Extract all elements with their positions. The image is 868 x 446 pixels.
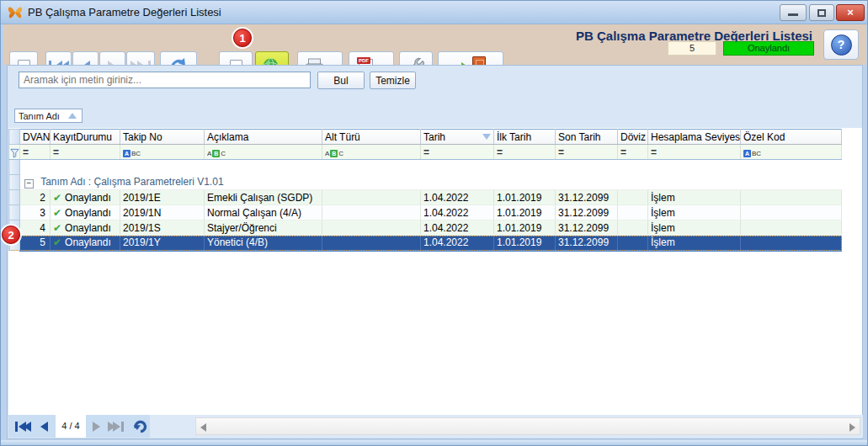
maximize-button[interactable] xyxy=(809,4,834,21)
equals-filter-icon: = xyxy=(651,146,658,158)
table-row[interactable]: 2 ✔Onaylandı 2019/1E Emekli Çalışan (SGD… xyxy=(9,190,842,205)
scroll-left-icon[interactable] xyxy=(200,423,206,432)
cell-kayitdurumu: ✔Onaylandı xyxy=(51,220,120,236)
spacer-row xyxy=(9,160,842,175)
filter-cell-ozelkod[interactable]: ABC xyxy=(741,145,842,160)
close-button[interactable]: × xyxy=(836,4,865,21)
horizontal-scrollbar[interactable] xyxy=(195,417,860,435)
annotation-step-2: 2 xyxy=(2,226,20,244)
title-bar: PB Çalışma Parametre Değerleri Listesi × xyxy=(1,1,868,24)
pager-last-button[interactable] xyxy=(108,418,124,434)
cell-tarih: 1.04.2022 xyxy=(421,236,494,251)
minimize-button[interactable] xyxy=(780,4,807,21)
filter-row: = = ABC ABC ABC = = = = = ABC xyxy=(9,145,842,160)
cell-ilktarih: 1.01.2019 xyxy=(494,205,556,220)
filter-cell-tarih[interactable]: = xyxy=(421,145,494,160)
help-button[interactable]: ? xyxy=(823,29,859,60)
filter-cell-dvano[interactable]: = xyxy=(20,145,51,160)
sort-desc-icon xyxy=(482,134,491,140)
cell-dvano: 5 xyxy=(20,236,51,251)
scroll-right-icon[interactable] xyxy=(849,423,855,432)
search-input[interactable] xyxy=(19,72,311,88)
cell-sontarih: 31.12.2099 xyxy=(556,205,618,220)
column-header-hesaplama[interactable]: Hesaplama Seviyesi xyxy=(648,130,741,145)
equals-filter-icon: = xyxy=(23,146,29,158)
column-header-ozelkod[interactable]: Özel Kod xyxy=(741,130,842,145)
app-window: PB Çalışma Parametre Değerleri Listesi × xyxy=(0,0,868,446)
column-header-altturu[interactable]: Alt Türü xyxy=(322,130,421,145)
equals-filter-icon: = xyxy=(423,146,430,158)
column-header-ilktarih[interactable]: İlk Tarih xyxy=(494,130,556,145)
column-header-dvano[interactable]: DVANo xyxy=(20,130,51,145)
cell-takipno: 2019/1S xyxy=(120,220,205,236)
equals-filter-icon: = xyxy=(53,146,60,158)
window-title: PB Çalışma Parametre Değerleri Listesi xyxy=(28,6,221,19)
filter-cell-ilktarih[interactable]: = xyxy=(494,145,556,160)
table-row[interactable]: 4 ✔Onaylandı 2019/1S Stajyer/Öğrenci 1.0… xyxy=(9,220,842,236)
filter-funnel-icon xyxy=(10,148,19,158)
table-row[interactable]: 3 ✔Onaylandı 2019/1N Normal Çalışan (4/A… xyxy=(9,205,842,220)
header-row: DVANo KayıtDurumu Takip No Açıklama Alt … xyxy=(9,130,842,145)
cell-ilktarih: 1.01.2019 xyxy=(494,236,556,251)
text-filter-icon: ABC xyxy=(207,150,226,157)
cell-kayitdurumu: ✔Onaylandı xyxy=(51,236,120,251)
equals-filter-icon: = xyxy=(497,146,503,158)
column-header-sontarih[interactable]: Son Tarih xyxy=(556,130,618,145)
cell-ozelkod xyxy=(741,220,842,236)
approved-check-icon: ✔ xyxy=(53,207,61,219)
equals-filter-icon: = xyxy=(558,146,565,158)
find-button[interactable]: Bul xyxy=(317,72,365,89)
clear-button[interactable]: Temizle xyxy=(370,72,416,89)
group-row[interactable]: − Tanım Adı : Çalışma Parametreleri V1.0… xyxy=(9,175,842,190)
pager-refresh-button[interactable] xyxy=(133,418,148,434)
cell-ilktarih: 1.01.2019 xyxy=(494,190,556,205)
collapse-icon[interactable]: − xyxy=(24,179,34,188)
cell-hesaplama: İşlem xyxy=(648,190,741,205)
filter-cell-altturu[interactable]: ABC xyxy=(322,145,421,160)
cell-takipno: 2019/1E xyxy=(120,190,205,205)
minimize-icon xyxy=(788,13,798,16)
pager-next-icon xyxy=(93,422,100,432)
group-by-chip[interactable]: Tanım Adı xyxy=(14,109,83,123)
filter-cell-takipno[interactable]: ABC xyxy=(120,145,205,160)
cell-ozelkod xyxy=(741,236,842,251)
cell-doviz xyxy=(618,236,648,251)
cell-doviz xyxy=(618,205,648,220)
cell-takipno: 2019/1Y xyxy=(120,236,205,251)
help-icon: ? xyxy=(831,35,852,56)
pager-position: 4 / 4 xyxy=(56,415,86,438)
table-row-selected[interactable]: 5 ✔Onaylandı 2019/1Y Yönetici (4/B) 1.04… xyxy=(9,236,842,251)
pager-next-button[interactable] xyxy=(93,418,100,434)
cell-ilktarih: 1.01.2019 xyxy=(494,220,556,236)
filter-cell-doviz[interactable]: = xyxy=(618,145,648,160)
pager-first-button[interactable] xyxy=(15,418,31,434)
column-header-tarih[interactable]: Tarih xyxy=(421,130,494,145)
column-header-aciklama[interactable]: Açıklama xyxy=(205,130,322,145)
butterfly-logo-icon xyxy=(7,4,24,21)
sort-asc-icon xyxy=(68,113,77,119)
window-bottom-edge xyxy=(1,440,868,446)
data-grid: DVANo KayıtDurumu Takip No Açıklama Alt … xyxy=(8,129,842,252)
cell-ozelkod xyxy=(741,205,842,220)
filter-cell-hesaplama[interactable]: = xyxy=(648,145,741,160)
column-header-takipno[interactable]: Takip No xyxy=(120,130,205,145)
cell-sontarih: 31.12.2099 xyxy=(556,220,618,236)
column-header-doviz[interactable]: Döviz xyxy=(618,130,648,145)
pager-previous-button[interactable] xyxy=(40,418,48,434)
cell-aciklama: Normal Çalışan (4/A) xyxy=(205,205,322,220)
row-indicator xyxy=(9,205,20,220)
text-filter-icon: ABC xyxy=(743,150,761,157)
cell-altturu xyxy=(322,190,421,205)
status-text: Onaylandı xyxy=(65,207,111,219)
cell-hesaplama: İşlem xyxy=(648,205,741,220)
filter-cell-kayitdurumu[interactable]: = xyxy=(51,145,120,160)
column-header-kayitdurumu[interactable]: KayıtDurumu xyxy=(51,130,120,145)
cell-doviz xyxy=(618,190,648,205)
text-filter-icon: ABC xyxy=(325,150,343,157)
status-text: Onaylandı xyxy=(65,192,111,204)
filter-cell-aciklama[interactable]: ABC xyxy=(205,145,322,160)
pager-first-icon xyxy=(15,422,18,432)
row-indicator-header xyxy=(9,130,20,145)
cell-hesaplama: İşlem xyxy=(648,220,741,236)
filter-cell-sontarih[interactable]: = xyxy=(556,145,618,160)
